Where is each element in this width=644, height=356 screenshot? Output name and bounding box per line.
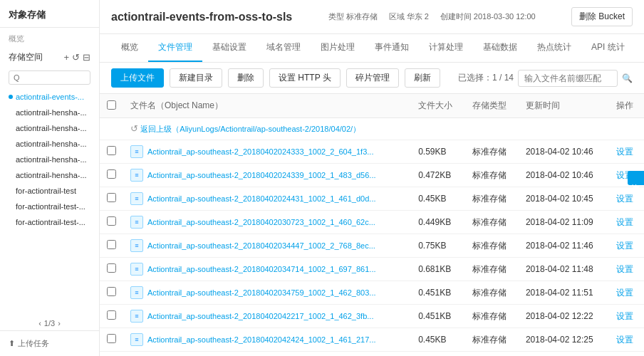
filename-link[interactable]: Actiontrail_ap-southeast-2_2018040203475… (147, 288, 376, 297)
sidebar-items-list: actiontrail-events-...actiontrail-hensha… (0, 89, 99, 316)
tab-api-stats[interactable]: API 统计 (581, 34, 635, 62)
sidebar-item-label: for-actiontrail-test-... (16, 218, 85, 226)
delete-bucket-button[interactable]: 删除 Bucket (571, 7, 633, 26)
file-table: 文件名（Object Name） 文件大小 存储类型 更新时间 操作 ↺ 返回上… (100, 94, 644, 352)
table-row: ≡Actiontrail_ap-southeast-2_201804020243… (100, 164, 644, 187)
sidebar-item-actiontrail-hensha-5[interactable]: actiontrail-hensha-... (0, 167, 99, 183)
prev-page-icon[interactable]: ‹ (38, 319, 41, 328)
action-link[interactable]: 设置 (616, 194, 633, 204)
tab-event-notify[interactable]: 事件通知 (365, 34, 419, 62)
inactive-dot-icon (9, 157, 13, 162)
row-checkbox[interactable] (107, 240, 116, 249)
filename-link[interactable]: Actiontrail_ap-southeast-2_2018040203471… (147, 265, 376, 273)
row-checkbox[interactable] (107, 334, 116, 343)
upload-task-btn[interactable]: ⬆ 上传任务 (0, 330, 99, 356)
new-dir-button[interactable]: 新建目录 (170, 68, 222, 88)
table-row: ≡Actiontrail_ap-southeast-2_201804020347… (100, 258, 644, 281)
upload-file-button[interactable]: 上传文件 (111, 68, 164, 88)
storage-type-cell: 标准存储 (465, 140, 519, 164)
fragments-button[interactable]: 碎片管理 (346, 68, 399, 88)
action-link[interactable]: 设置 (616, 264, 633, 274)
filename-link[interactable]: Actiontrail_ap-southeast-2_2018040202433… (147, 147, 373, 156)
updated-header: 更新时间 (519, 94, 609, 118)
sidebar-overview-label[interactable]: 概览 (9, 34, 24, 43)
sidebar-item-actiontrail-hensha-1[interactable]: actiontrail-hensha-... (0, 105, 99, 120)
next-page-icon[interactable]: › (58, 319, 61, 328)
sidebar-item-actiontrail-hensha-2[interactable]: actiontrail-hensha-... (0, 120, 99, 136)
feedback-button[interactable]: 咨询建议 (628, 171, 644, 185)
tab-basic-settings[interactable]: 基础设置 (202, 34, 256, 62)
filename-link[interactable]: Actiontrail_ap-southeast-2_2018040203444… (147, 241, 375, 250)
row-checkbox[interactable] (107, 193, 116, 202)
action-cell: 设置 (609, 258, 644, 281)
tab-overview[interactable]: 概览 (111, 34, 148, 62)
action-link[interactable]: 设置 (616, 217, 633, 227)
updated-cell: 2018-04-02 11:48 (519, 258, 609, 281)
add-storage-icon[interactable]: + (63, 52, 69, 63)
bucket-title: actiontrail-events-from-oss-to-sls (111, 11, 292, 23)
action-cell: 设置 (609, 328, 644, 352)
sidebar-item-for-actiontrail-test-1[interactable]: for-actiontrail-test (0, 183, 99, 199)
inactive-dot-icon (9, 126, 13, 130)
action-link[interactable]: 设置 (616, 288, 633, 298)
refresh-button[interactable]: 刷新 (405, 68, 440, 88)
row-checkbox[interactable] (107, 169, 116, 179)
tab-file-access-stats[interactable]: 文件访问统计 (635, 34, 644, 62)
header-meta-created: 创建时间 2018-03-30 12:00 (440, 11, 536, 22)
row-checkbox[interactable] (107, 263, 116, 273)
delete-button[interactable]: 删除 (228, 68, 264, 88)
row-checkbox-cell (100, 187, 123, 211)
row-checkbox[interactable] (107, 216, 116, 226)
tab-image-proc[interactable]: 图片处理 (311, 34, 365, 62)
row-checkbox-cell (100, 305, 123, 328)
action-link[interactable]: 设置 (616, 241, 633, 251)
selected-info: 已选择：1 / 14 (458, 72, 514, 84)
row-checkbox[interactable] (107, 287, 116, 296)
active-dot-icon (9, 95, 13, 99)
sidebar-item-for-actiontrail-test-2[interactable]: for-actiontrail-test-... (0, 199, 99, 214)
filename-header: 文件名（Object Name） (123, 94, 411, 118)
tab-basic-data[interactable]: 基础数据 (473, 34, 527, 62)
sidebar-item-for-actiontrail-test-3[interactable]: for-actiontrail-test-... (0, 214, 99, 230)
updated-cell: 2018-04-02 11:09 (519, 211, 609, 234)
filename-link[interactable]: Actiontrail_ap-southeast-2_2018040202433… (147, 171, 376, 179)
filename-link[interactable]: Actiontrail_ap-southeast-2_2018040202443… (147, 194, 376, 203)
storage-type-cell: 标准存储 (465, 234, 519, 258)
collapse-storage-icon[interactable]: ⊟ (83, 52, 90, 63)
action-link[interactable]: 设置 (616, 335, 633, 345)
action-link[interactable]: 设置 (616, 147, 633, 157)
filename-cell: ≡Actiontrail_ap-southeast-2_201804020244… (123, 187, 411, 211)
tab-hot-stats[interactable]: 热点统计 (527, 34, 581, 62)
table-row-back: ↺ 返回上级（AliyunLogs/Actiontrail/ap-southea… (100, 118, 644, 140)
sidebar-item-actiontrail-events[interactable]: actiontrail-events-... (0, 89, 99, 105)
action-header: 操作 (609, 94, 644, 118)
sidebar-search-input[interactable] (9, 70, 90, 85)
filename-link[interactable]: Actiontrail_ap-southeast-2_2018040204221… (147, 312, 373, 320)
filename-cell: ≡Actiontrail_ap-southeast-2_201804020422… (123, 305, 411, 328)
filename-search-input[interactable] (518, 70, 618, 87)
row-checkbox[interactable] (107, 310, 116, 320)
filename-link[interactable]: Actiontrail_ap-southeast-2_2018040203072… (147, 218, 375, 226)
row-checkbox[interactable] (107, 146, 116, 155)
filename-link[interactable]: Actiontrail_ap-southeast-2_2018040204242… (147, 335, 376, 344)
tab-domain-mgmt[interactable]: 域名管理 (256, 34, 311, 62)
table-row: ≡Actiontrail_ap-southeast-2_201804020422… (100, 305, 644, 328)
storage-type-header: 存储类型 (465, 94, 519, 118)
back-link[interactable]: 返回上级（AliyunLogs/Actiontrail/ap-southeast… (140, 125, 360, 133)
file-icon: ≡ (130, 333, 143, 346)
sidebar-pagination: ‹ 1/3 › (0, 316, 99, 330)
action-link[interactable]: 设置 (616, 311, 633, 321)
set-http-header-button[interactable]: 设置 HTTP 头 (269, 68, 341, 88)
table-row: ≡Actiontrail_ap-southeast-2_201804020243… (100, 140, 644, 164)
refresh-storage-icon[interactable]: ↺ (72, 52, 80, 63)
back-icon: ↺ (130, 123, 138, 134)
select-all-checkbox[interactable] (107, 100, 116, 110)
sidebar-item-actiontrail-hensha-3[interactable]: actiontrail-hensha-... (0, 136, 99, 152)
tab-file-mgmt[interactable]: 文件管理 (148, 34, 202, 62)
sidebar-item-actiontrail-hensha-4[interactable]: actiontrail-hensha-... (0, 152, 99, 167)
inactive-dot-icon (9, 189, 13, 193)
file-icon: ≡ (130, 169, 143, 182)
search-icon[interactable]: 🔍 (622, 73, 633, 83)
filename-cell: ≡Actiontrail_ap-southeast-2_201804020344… (123, 234, 411, 258)
tab-compute-proc[interactable]: 计算处理 (419, 34, 473, 62)
